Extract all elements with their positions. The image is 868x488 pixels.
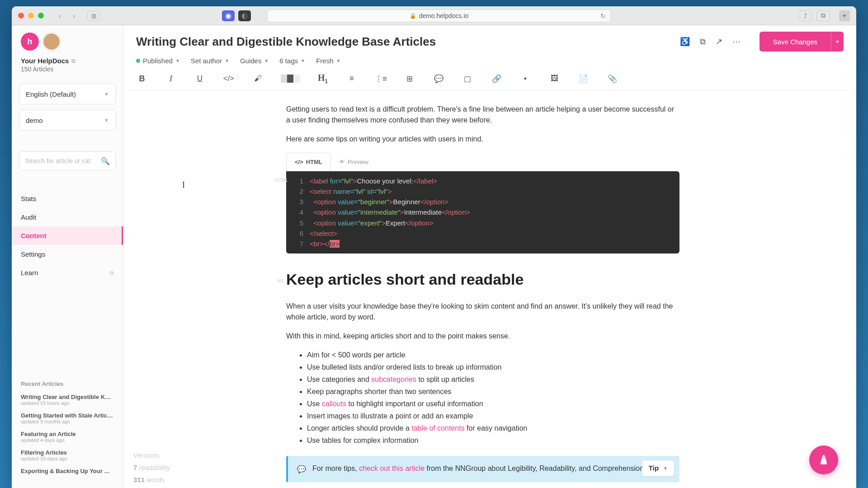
tabs-button[interactable]: ⧉ [816, 10, 830, 21]
minimize-window-button[interactable] [28, 13, 34, 19]
unordered-list-button[interactable]: ⋮≡ [375, 74, 387, 84]
freshness-dropdown[interactable]: Fresh▼ [316, 57, 340, 65]
back-button[interactable]: ‹ [54, 11, 66, 21]
block-button[interactable]: ▪ [519, 74, 531, 83]
nav-stats[interactable]: Stats [12, 189, 123, 208]
more-icon[interactable]: ⋯ [732, 37, 741, 47]
heading-button[interactable]: H1 [317, 73, 329, 84]
help-fab-button[interactable] [809, 446, 838, 474]
toc-link[interactable]: table of contents [411, 424, 464, 432]
author-dropdown[interactable]: Set author▼ [191, 57, 229, 65]
tip-callout[interactable]: 💬 For more tips, check out this article … [286, 456, 679, 482]
chevron-down-icon: ▼ [663, 465, 668, 472]
extension-2-icon[interactable]: ◐ [238, 10, 251, 21]
bold-button[interactable]: B [136, 74, 148, 84]
project-dropdown[interactable]: demo ▼ [19, 110, 116, 131]
url-bar[interactable]: 🔒 demo.helpdocs.io ↻ [267, 9, 611, 22]
org-name[interactable]: Your HelpDocs ⧉ [12, 57, 123, 65]
article-count: 150 Articles [12, 65, 123, 81]
comment-button[interactable]: 💬 [433, 74, 444, 84]
paragraph[interactable]: When a user visits your knowledge base t… [286, 301, 679, 323]
underline-button[interactable]: U [194, 74, 206, 83]
maximize-window-button[interactable] [38, 13, 44, 19]
editor-toolbar: B I U </> 🖌 H1 ≡ ⋮≡ ⊞ 💬 ▢ � [136, 69, 844, 90]
bullet-list[interactable]: Aim for < 500 words per article Use bull… [307, 350, 679, 446]
save-button[interactable]: Save Changes [760, 32, 831, 52]
paragraph[interactable]: Here are some tips on writing your artic… [286, 134, 679, 145]
status-dropdown[interactable]: Published▼ [136, 57, 180, 65]
table-button[interactable]: ⊞ [404, 74, 415, 84]
main-panel: Writing Clear and Digestible Knowledge B… [123, 25, 856, 488]
nav-settings[interactable]: Settings [12, 245, 123, 263]
list-item: Use tables for complex information [307, 435, 679, 446]
url-text: demo.helpdocs.io [419, 12, 469, 19]
preview-tab[interactable]: 👁Preview [331, 153, 377, 171]
status-dot-icon [136, 59, 140, 63]
heading-keep-short[interactable]: Keep articles short and readable [286, 268, 679, 291]
recent-item[interactable]: Exporting & Backing Up Your Ar… [21, 468, 114, 474]
recent-item[interactable]: Getting Started with Stale Articles upda… [21, 412, 114, 424]
share-button[interactable]: ⤴ [798, 10, 812, 21]
new-tab-button[interactable]: + [839, 10, 850, 21]
search-placeholder: Search for article or cat [25, 157, 90, 164]
color-picker[interactable] [281, 75, 300, 83]
search-input[interactable]: Search for article or cat 🔍 [19, 151, 116, 170]
html-tab[interactable]: </>HTML [286, 153, 331, 171]
browser-right-buttons: ⤴ ⧉ [798, 10, 830, 21]
browser-window: ‹ › ▥ ◉ ◐ 🔒 demo.helpdocs.io ↻ ⤴ ⧉ + h Y… [12, 6, 856, 488]
sidebar-toggle-button[interactable]: ▥ [87, 11, 100, 21]
versions-panel: Versions 7 readability 311 words [133, 451, 170, 488]
app-logo[interactable]: h [21, 33, 39, 51]
words-stat: 311 words [133, 476, 170, 483]
close-window-button[interactable] [18, 13, 24, 19]
color-swatch-dark [287, 75, 293, 83]
accessibility-icon[interactable]: ♿ [680, 37, 690, 47]
nav-audit[interactable]: Audit [12, 208, 123, 226]
editor-content[interactable]: Getting users to read text is a difficul… [123, 90, 856, 488]
recent-item[interactable]: Writing Clear and Digestible Kn… updated… [21, 394, 114, 406]
nav-learn[interactable]: Learn⧉ [12, 263, 123, 282]
language-value: English (Default) [26, 90, 76, 98]
callouts-link[interactable]: callouts [322, 400, 346, 408]
recent-item[interactable]: Featuring an Article updated 4 days ago [21, 431, 114, 443]
list-item: Use bulleted lists and/or ordered lists … [307, 362, 679, 373]
code-editor[interactable]: 1<label for="lvl">Choose your level:</la… [286, 171, 679, 254]
highlight-button[interactable]: 🖌 [252, 74, 264, 83]
forward-button[interactable]: › [68, 11, 80, 21]
code-tabs: </>HTML 👁Preview [286, 153, 679, 171]
code-button[interactable]: </> [223, 74, 235, 83]
ordered-list-button[interactable]: ≡ [346, 74, 358, 83]
tags-dropdown[interactable]: 6 tags▼ [279, 57, 305, 65]
paragraph[interactable]: With this in mind, keeping articles shor… [286, 331, 679, 342]
chevron-down-icon: ▼ [175, 58, 180, 63]
link-button[interactable]: 🔗 [491, 74, 502, 84]
paragraph[interactable]: Getting users to read text is a difficul… [286, 104, 679, 126]
callout-link[interactable]: check out this article [359, 465, 425, 472]
callout-button[interactable]: ▢ [462, 74, 473, 84]
open-external-icon[interactable]: ⧉ [700, 37, 706, 47]
text-cursor-icon [182, 179, 183, 188]
share-arrow-icon[interactable]: ↗ [716, 37, 722, 47]
language-dropdown[interactable]: English (Default) ▼ [19, 84, 116, 104]
org-name-text: Your HelpDocs [21, 57, 69, 65]
extension-1-icon[interactable]: ◉ [222, 10, 235, 21]
list-item: Use callouts to highlight important or u… [307, 399, 679, 409]
tip-type-dropdown[interactable]: Tip ▼ [642, 460, 674, 476]
save-dropdown-button[interactable]: ▼ [831, 32, 844, 52]
reload-icon[interactable]: ↻ [600, 12, 606, 19]
italic-button[interactable]: I [165, 74, 177, 84]
versions-label[interactable]: Versions [133, 451, 170, 459]
attachment-button[interactable]: 📎 [606, 74, 618, 84]
nav-content[interactable]: Content [12, 226, 123, 245]
file-button[interactable]: 📄 [577, 74, 589, 84]
article-title[interactable]: Writing Clear and Digestible Knowledge B… [136, 35, 436, 49]
recent-item[interactable]: Filtering Articles updated 20 days ago [21, 449, 114, 461]
project-value: demo [26, 117, 43, 124]
subcategories-link[interactable]: subcategories [371, 375, 416, 383]
external-link-icon: ⧉ [110, 270, 114, 276]
chevron-down-icon: ▼ [104, 91, 109, 97]
user-avatar[interactable] [42, 33, 61, 51]
title-actions: ♿ ⧉ ↗ ⋯ Save Changes ▼ [680, 32, 844, 52]
category-dropdown[interactable]: Guides▼ [240, 57, 269, 65]
image-button[interactable]: 🖼 [548, 74, 560, 83]
